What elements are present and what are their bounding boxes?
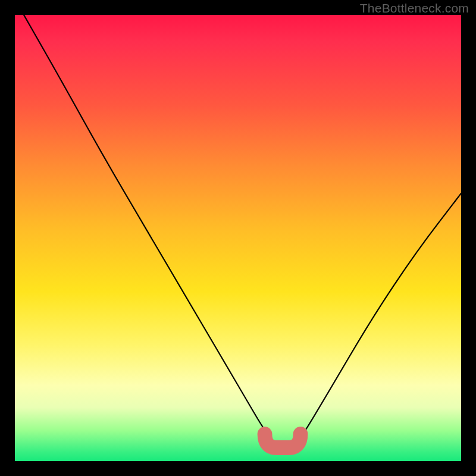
chart-container: TheBottleneck.com (0, 0, 476, 476)
watermark-text: TheBottleneck.com (360, 1, 469, 15)
plot-area (15, 15, 461, 461)
curve-line (24, 15, 461, 448)
bottom-marker (265, 434, 300, 447)
chart-svg (15, 15, 461, 461)
